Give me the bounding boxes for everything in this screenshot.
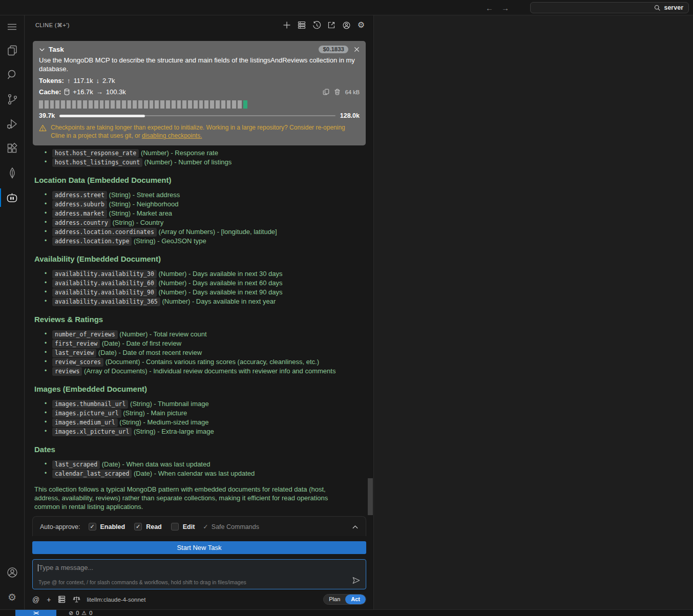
field-description: (Date) - When calendar was last updated bbox=[134, 470, 255, 477]
problems-indicator[interactable]: ⊘ 0 ⚠ 0 bbox=[69, 610, 92, 616]
field-description: (String) - Thumbnail image bbox=[130, 400, 209, 408]
chevron-up-icon[interactable] bbox=[352, 524, 359, 529]
arrow-right-icon: → bbox=[96, 88, 103, 96]
rules-scale-icon[interactable] bbox=[73, 596, 80, 603]
context-segment bbox=[172, 100, 176, 109]
sidebar-item-source-control[interactable] bbox=[0, 87, 24, 112]
composer-toolbar: @ + litellm:claude-4-sonnet Plan Act bbox=[32, 594, 366, 605]
field-item: address.market (String) - Market area bbox=[45, 209, 361, 218]
context-window-row: 39.7k 128.0k bbox=[39, 112, 360, 119]
sidebar-item-search[interactable] bbox=[0, 62, 24, 87]
disable-checkpoints-link[interactable]: disabling checkpoints. bbox=[142, 132, 202, 139]
task-card: Task $0.1833 Use the MongoDB MCP to desc… bbox=[33, 41, 366, 145]
search-value: server bbox=[664, 4, 683, 11]
menu-icon[interactable] bbox=[0, 15, 24, 38]
checkbox-unchecked[interactable] bbox=[171, 523, 179, 530]
warning-icon bbox=[39, 124, 47, 132]
warning-icon: ⚠ bbox=[81, 610, 87, 616]
add-icon[interactable]: + bbox=[47, 596, 51, 604]
arrow-down-icon: ↓ bbox=[96, 77, 99, 84]
database-icon bbox=[64, 89, 70, 95]
field-code: images.thumbnail_url bbox=[52, 400, 128, 409]
trash-icon[interactable] bbox=[334, 89, 341, 95]
titlebar: ← → server bbox=[0, 0, 693, 15]
context-segment bbox=[61, 100, 65, 109]
field-description: (Number) - Days available in next 90 day… bbox=[159, 288, 283, 296]
command-center-search[interactable]: server bbox=[530, 2, 689, 13]
tokens-down-value: 2.7k bbox=[102, 77, 115, 84]
history-icon[interactable] bbox=[311, 20, 322, 30]
context-segment bbox=[83, 100, 87, 109]
account-icon[interactable] bbox=[0, 560, 24, 585]
field-code: number_of_reviews bbox=[52, 330, 118, 339]
field-item: address.country (String) - Country bbox=[45, 218, 361, 227]
auto-approve-option-enabled[interactable]: ✓Enabled bbox=[89, 523, 125, 530]
field-code: first_review bbox=[52, 339, 100, 348]
scrollbar-thumb[interactable] bbox=[368, 478, 373, 515]
field-list: last_scraped (Date) - When data was last… bbox=[34, 460, 361, 478]
field-item: address.location.coordinates (Array of N… bbox=[45, 227, 361, 237]
nav-forward-icon[interactable]: → bbox=[501, 4, 509, 12]
send-icon[interactable] bbox=[352, 577, 361, 584]
nav-back-icon[interactable]: ← bbox=[486, 4, 493, 12]
copy-icon[interactable] bbox=[323, 89, 329, 95]
model-selector[interactable]: litellm:claude-4-sonnet bbox=[87, 597, 145, 603]
context-segment bbox=[160, 100, 164, 109]
checkbox-checked[interactable]: ✓ bbox=[89, 523, 96, 530]
field-description: (Number) - Days available in next 60 day… bbox=[159, 279, 283, 287]
chevron-down-icon[interactable] bbox=[39, 47, 45, 53]
auto-approve-bar[interactable]: Auto-approve: ✓Enabled✓ReadEdit ✓ Safe C… bbox=[32, 516, 366, 536]
message-input[interactable]: Type a message... bbox=[39, 564, 93, 571]
mcp-servers-icon[interactable] bbox=[297, 20, 307, 30]
new-task-icon[interactable] bbox=[282, 20, 292, 30]
context-progress-track[interactable] bbox=[59, 115, 335, 116]
start-new-task-button[interactable]: Start New Task bbox=[32, 541, 366, 554]
field-description: (Date) - When data was last updated bbox=[102, 460, 211, 468]
field-description: (Array of Documents) - Individual review… bbox=[84, 367, 335, 375]
error-icon: ⊘ bbox=[69, 610, 73, 616]
context-segment bbox=[204, 100, 208, 109]
account-icon[interactable] bbox=[341, 20, 351, 30]
plan-mode-button[interactable]: Plan bbox=[324, 594, 345, 604]
field-code: availability.availability_60 bbox=[52, 279, 157, 288]
auto-approve-option-edit[interactable]: Edit bbox=[171, 523, 195, 530]
field-item: availability.availability_90 (Number) - … bbox=[45, 288, 361, 297]
field-code: host.host_listings_count bbox=[52, 158, 142, 167]
context-max: 128.0k bbox=[340, 112, 360, 119]
tokens-row: Tokens: ↑ 117.1k ↓ 2.7k bbox=[39, 77, 360, 84]
mention-icon[interactable]: @ bbox=[32, 596, 39, 604]
field-description: (Document) - Contains various rating sco… bbox=[106, 358, 319, 366]
field-code: availability.availability_90 bbox=[52, 288, 157, 297]
act-mode-button[interactable]: Act bbox=[345, 594, 366, 604]
context-segment bbox=[100, 100, 104, 109]
sidebar-item-extensions[interactable] bbox=[0, 136, 24, 161]
tokens-up-value: 117.1k bbox=[73, 77, 93, 84]
safe-commands-label: Safe Commands bbox=[212, 523, 259, 530]
field-item: images.picture_url (String) - Main pictu… bbox=[45, 409, 361, 418]
field-code: images.picture_url bbox=[52, 409, 121, 418]
message-composer[interactable]: Type a message... Type @ for context, / … bbox=[32, 559, 366, 589]
sidebar-item-explorer[interactable] bbox=[0, 38, 24, 62]
context-segment bbox=[227, 100, 231, 109]
close-icon[interactable] bbox=[354, 47, 360, 52]
context-segment bbox=[188, 100, 192, 109]
auto-approve-option-read[interactable]: ✓Read bbox=[134, 523, 162, 530]
open-external-icon[interactable] bbox=[326, 20, 337, 30]
section-heading: Availability (Embedded Document) bbox=[34, 254, 361, 263]
checkbox-checked[interactable]: ✓ bbox=[134, 523, 142, 530]
sidebar-item-mongodb[interactable] bbox=[0, 161, 24, 185]
context-used: 39.7k bbox=[39, 112, 55, 119]
field-code: review_scores bbox=[52, 358, 103, 367]
settings-gear-icon[interactable]: ⚙ bbox=[356, 20, 366, 30]
remote-indicator[interactable]: >< bbox=[15, 609, 56, 616]
field-item: host.host_response_rate (Number) - Respo… bbox=[45, 148, 361, 158]
sidebar-item-cline[interactable] bbox=[0, 185, 24, 210]
sidebar-item-run-debug[interactable] bbox=[0, 112, 24, 136]
field-list: images.thumbnail_url (String) - Thumbnai… bbox=[34, 399, 361, 436]
field-item: last_review (Date) - Date of most recent… bbox=[45, 348, 361, 357]
context-segment bbox=[50, 100, 54, 109]
context-size: 64 kB bbox=[345, 89, 360, 95]
mcp-servers-icon[interactable] bbox=[58, 596, 66, 603]
settings-gear-icon[interactable]: ⚙ bbox=[0, 585, 24, 609]
plan-act-toggle[interactable]: Plan Act bbox=[323, 594, 366, 605]
